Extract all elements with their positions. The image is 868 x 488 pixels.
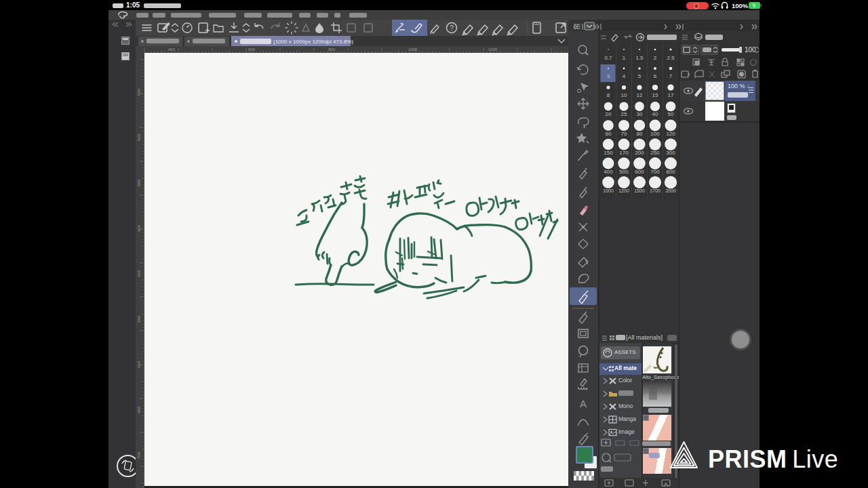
svg-text:680: 680: [137, 406, 141, 413]
svg-text:1000: 1000: [603, 188, 614, 193]
svg-text:15: 15: [652, 92, 658, 98]
svg-text:600: 600: [635, 169, 644, 175]
svg-text:70: 70: [621, 131, 627, 137]
svg-text:400: 400: [604, 169, 613, 175]
svg-text:620: 620: [137, 270, 141, 277]
svg-text:600: 600: [248, 47, 256, 52]
svg-text:12: 12: [637, 92, 643, 98]
svg-text:10: 10: [621, 92, 627, 98]
svg-text:40: 40: [652, 111, 658, 117]
svg-text:100: 100: [650, 131, 660, 137]
svg-text:1.5: 1.5: [635, 55, 644, 61]
svg-text:5: 5: [638, 73, 642, 79]
svg-text:300: 300: [666, 150, 675, 156]
svg-text:1200: 1200: [618, 188, 629, 193]
svg-text:80: 80: [637, 131, 643, 137]
svg-text:500: 500: [619, 169, 629, 175]
svg-text:400: 400: [168, 47, 176, 52]
svg-text:1000: 1000: [408, 47, 418, 52]
svg-text:2000: 2000: [665, 188, 676, 193]
svg-text:4: 4: [623, 73, 626, 79]
svg-text:580: 580: [137, 179, 141, 186]
svg-text:200: 200: [635, 150, 644, 156]
svg-text:1500: 1500: [634, 188, 645, 193]
svg-text:600: 600: [137, 224, 141, 232]
svg-text:A: A: [580, 398, 587, 409]
svg-text:120: 120: [666, 131, 675, 137]
svg-text:8: 8: [607, 92, 610, 98]
svg-text:3: 3: [607, 73, 610, 79]
svg-text:60: 60: [606, 131, 612, 137]
svg-text:540: 540: [137, 88, 141, 96]
svg-text:640: 640: [137, 315, 141, 323]
svg-text:1700: 1700: [650, 188, 660, 193]
svg-text:170: 170: [619, 150, 629, 156]
svg-text:20: 20: [606, 111, 612, 117]
svg-text:7: 7: [669, 73, 673, 79]
svg-text:700: 700: [650, 169, 660, 175]
svg-text:800: 800: [666, 169, 675, 175]
svg-text:560: 560: [137, 134, 141, 141]
svg-text:250: 250: [650, 150, 660, 156]
svg-text:2: 2: [654, 55, 657, 61]
svg-text:1: 1: [623, 55, 626, 61]
svg-text:660: 660: [137, 361, 141, 368]
svg-text:1200: 1200: [488, 47, 498, 52]
svg-text:150: 150: [604, 150, 613, 156]
svg-text:25: 25: [621, 111, 627, 117]
svg-text:?: ?: [450, 24, 454, 32]
svg-text:800: 800: [328, 47, 336, 52]
svg-text:30: 30: [637, 111, 643, 117]
svg-text:700: 700: [137, 451, 141, 459]
svg-text:17: 17: [668, 92, 674, 98]
svg-text:6: 6: [654, 73, 657, 79]
svg-text:2.5: 2.5: [667, 55, 675, 61]
svg-text:0.7: 0.7: [604, 55, 612, 61]
svg-text:50: 50: [668, 111, 674, 117]
